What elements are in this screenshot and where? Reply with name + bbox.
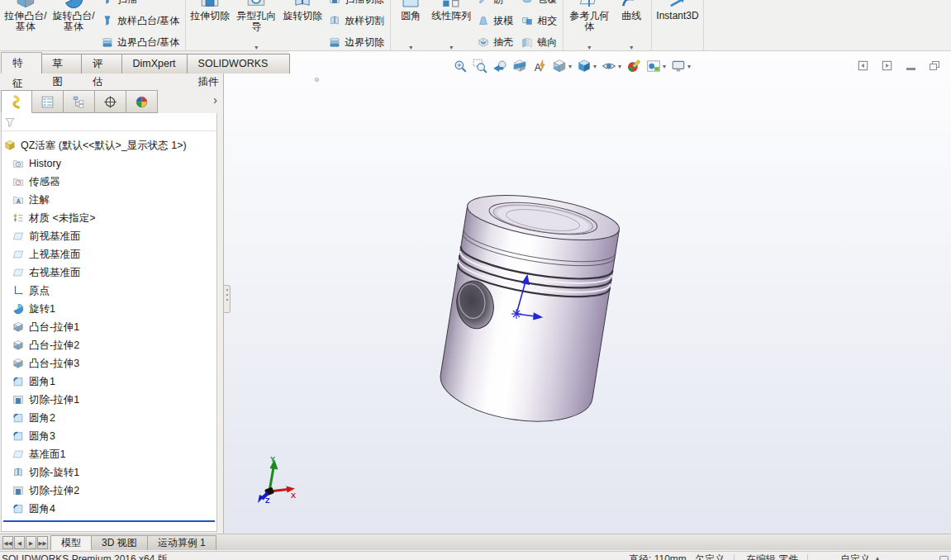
chevron-down-icon[interactable]: ▾ [449,44,453,51]
restore-button[interactable] [928,59,941,72]
customize-statusbar[interactable]: 自定义 [840,553,870,560]
ribbon-button-mirror[interactable]: 镜向 [517,31,561,51]
apply-scene-button[interactable]: ▾ [644,58,668,74]
ribbon-button-instant3d[interactable]: Instant3D [654,0,701,51]
tree-item-boss-extrude[interactable]: 凸台-拉伸2 [2,336,216,354]
chevron-down-icon[interactable]: ▾ [587,44,591,51]
tab-草图[interactable]: 草图 [41,54,83,74]
dimension-readout: 直径: 110mm [629,553,687,560]
tab-SOLIDWORKS 插件[interactable]: SOLIDWORKS 插件 [187,54,290,74]
chevron-down-icon[interactable]: ▾ [593,63,597,70]
tree-item-cut-extrude[interactable]: 切除-拉伸2 [2,482,216,500]
edit-appearance-button[interactable] [624,58,644,74]
view-settings-button[interactable]: ▾ [668,58,693,74]
ribbon-button-fillet[interactable]: 圆角▾ [392,0,429,51]
go-back-button[interactable]: ◀ [14,536,25,549]
next-window-button[interactable] [880,59,893,72]
tree-filter-row[interactable] [2,113,216,131]
tab-DimXpert[interactable]: DimXpert [121,54,188,74]
graphics-viewport[interactable]: Y X Z ▾▾▾▾▾ [224,51,951,534]
tree-item-boss-extrude[interactable]: 凸台-拉伸1 [2,318,216,336]
ribbon-button-hole-wizard[interactable]: 异型孔向导▾ [232,0,280,51]
tab-特征[interactable]: 特征 [1,52,42,74]
bottom-tab-3D 视图[interactable]: 3D 视图 [91,535,148,550]
tree-item-boss-extrude[interactable]: 凸台-拉伸3 [2,354,216,373]
revolved-cut-icon [292,0,313,10]
ribbon-button-wrap[interactable]: 包覆 [517,0,561,10]
tree-item-label: 上视基准面 [29,248,81,262]
chevron-down-icon[interactable]: ▾ [254,44,258,51]
ribbon-button-linear-pattern[interactable]: 线性阵列▾ [429,0,473,51]
go-first-button[interactable]: ◀◀ [2,536,13,549]
ribbon-button-reference-geometry[interactable]: 参考几何体▾ [565,0,613,51]
chevron-down-icon[interactable]: ▾ [568,63,572,70]
tree-root-part[interactable]: QZ活塞 (默认<<默认>_显示状态 1>) [2,136,216,154]
tree-item-origin[interactable]: 原点 [2,282,216,300]
go-forward-button[interactable]: ▶ [26,536,36,549]
tree-item-plane[interactable]: 前视基准面 [2,227,216,245]
previous-window-button[interactable] [856,59,869,72]
tree-item-plane[interactable]: 上视基准面 [2,245,216,263]
tree-item-fillet[interactable]: 圆角4 [2,500,216,518]
ribbon-button-draft[interactable]: 拔模 [473,10,517,31]
tree-item-annotations-folder[interactable]: 注解 [2,191,216,209]
expand-panel-chevron-icon[interactable]: › [213,93,217,107]
ribbon-button-lofted-cut[interactable]: 放样切割 [325,10,388,31]
zoom-area-button[interactable] [470,58,490,74]
fillet-icon [12,412,24,424]
chevron-down-icon[interactable]: ▾ [409,44,412,51]
ribbon-button-sweep[interactable]: 扫描 [97,0,183,10]
tree-item-sensors-folder[interactable]: 传感器 [2,173,216,191]
ribbon-button-label: 拔模 [493,14,513,28]
ribbon-button-revolve-boss[interactable]: 旋转凸台/基体 [50,0,97,51]
panel-tab-dimxpertmanager[interactable] [95,90,126,113]
ribbon-button-swept-cut[interactable]: 扫描切除 [325,0,388,10]
bottom-tab-模型[interactable]: 模型 [50,535,92,550]
tree-item-fillet[interactable]: 圆角2 [2,409,216,427]
display-style-button[interactable]: ▾ [574,58,599,74]
chevron-up-icon[interactable]: ▲ [874,553,881,560]
ribbon-button-revolved-cut[interactable]: 旋转切除 [280,0,325,51]
ribbon-button-shell[interactable]: 抽壳 [473,31,517,51]
pane-split-handle[interactable] [315,78,319,82]
previous-view-button[interactable] [490,58,510,74]
chevron-down-icon[interactable]: ▾ [618,63,621,70]
tree-item-fillet[interactable]: 圆角1 [2,373,216,391]
minimize-button[interactable] [904,59,917,72]
tree-item-plane[interactable]: 基准面1 [2,445,216,463]
view-orientation-button[interactable]: ▾ [549,58,574,74]
section-view-button[interactable] [510,58,530,74]
annotation-views-button[interactable] [530,58,549,74]
tree-item-history-folder[interactable]: History [2,154,216,173]
tree-item-cut-revolve[interactable]: 切除-旋转1 [2,463,216,482]
tree-item-cut-extrude[interactable]: 切除-拉伸1 [2,391,216,409]
tree-item-fillet[interactable]: 圆角3 [2,427,216,445]
chevron-down-icon[interactable]: ▾ [663,63,666,70]
ribbon-button-curves[interactable]: 曲线▾ [613,0,649,51]
chevron-down-icon[interactable]: ▾ [687,63,691,70]
ribbon-button-extruded-cut[interactable]: 拉伸切除 [188,0,232,51]
panel-tab-displaymanager[interactable] [126,90,158,113]
app-version-text: SOLIDWORKS Premium 2016 x64 版 [2,553,168,560]
bottom-tab-运动算例 1[interactable]: 运动算例 1 [147,535,216,550]
ribbon-button-boundary-cut[interactable]: 边界切除 [325,31,388,51]
ribbon-button-intersect[interactable]: 相交 [517,10,561,31]
rollback-bar[interactable] [3,520,215,522]
panel-splitter-grip[interactable] [224,285,231,313]
panel-tab-propertymanager[interactable] [32,90,64,113]
ribbon-button-boundary[interactable]: 边界凸台/基体 [97,31,183,51]
ribbon-button-rib[interactable]: 筋 [473,0,517,10]
ribbon-button-label: 边界凸台/基体 [117,36,179,50]
panel-tab-configurationmanager[interactable] [64,90,95,113]
go-last-button[interactable]: ▶▶ [37,536,48,549]
tab-评估[interactable]: 评估 [81,54,122,74]
hide-items-button[interactable]: ▾ [599,58,624,74]
hole-wizard-icon [245,0,267,10]
tree-item-material[interactable]: 材质 <未指定> [2,209,216,227]
chevron-down-icon[interactable]: ▾ [630,44,633,51]
tree-item-plane[interactable]: 右视基准面 [2,263,216,282]
tree-item-revolve[interactable]: 旋转1 [2,300,216,318]
ribbon-button-loft[interactable]: 放样凸台/基体 [97,10,183,31]
ribbon-button-extrude-boss[interactable]: 拉伸凸台/基体 [2,0,50,51]
zoom-fit-button[interactable] [450,58,470,74]
